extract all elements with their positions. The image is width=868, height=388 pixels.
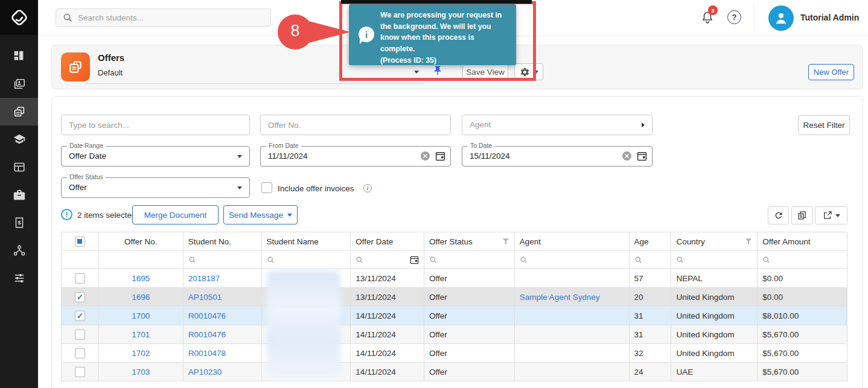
include-invoices-label: Include offer invoices [278,184,354,193]
processing-toast: i We are processing your request in the … [349,4,516,65]
clear-icon[interactable] [622,151,632,161]
calendar-icon[interactable] [410,255,419,264]
filter-icon[interactable] [745,238,752,245]
clear-icon[interactable] [420,151,430,161]
chevron-down-icon [835,214,840,217]
sidebar-item-agents[interactable] [0,237,38,264]
filter-icon[interactable] [502,238,509,245]
to-date-field[interactable]: To Date 15/11/2024 [462,146,653,167]
table-row[interactable]: 1703 AP10230 14/11/2024 Offer 24 UAE $5,… [62,363,847,381]
offer-no-link[interactable]: 1702 [132,349,150,358]
row-checkbox[interactable] [75,329,85,340]
chevron-right-icon [642,122,645,127]
column-header-country[interactable]: Country [671,232,758,250]
column-header-age[interactable]: Age [630,232,672,250]
column-header-offer-no[interactable]: Offer No. [99,232,183,250]
sidebar-item-offers[interactable] [0,98,38,126]
to-date-value: 15/11/2024 [470,151,510,161]
offer-status-cell: Offer [424,325,515,343]
column-label: Offer Status [429,237,473,246]
offer-status-select[interactable]: Offer Status Offer [61,177,250,198]
offer-no-link[interactable]: 1695 [132,274,150,283]
offer-no-link[interactable]: 1700 [132,311,150,320]
refresh-button[interactable] [768,206,789,224]
app-logo[interactable] [0,0,38,35]
agent-link[interactable]: Sample Agent Sydney [520,293,600,302]
view-selector-value[interactable]: Default [98,68,123,77]
column-header-offer-status[interactable]: Offer Status [424,232,515,250]
column-header-agent[interactable]: Agent [515,232,630,250]
student-no-link[interactable]: R0010478 [188,349,226,358]
offer-amount-cell: $5,670.00 [758,363,847,381]
include-invoices-checkbox[interactable] [261,182,272,193]
date-range-select[interactable]: Date Range Offer Date [61,146,250,167]
info-icon: i [359,27,374,42]
sidebar-item-applications[interactable] [0,153,38,181]
merge-document-button[interactable]: Merge Document [132,205,219,224]
calendar-icon[interactable] [435,151,445,161]
offer-no-link[interactable]: 1703 [132,367,150,377]
row-checkbox[interactable] [75,367,85,377]
sidebar-item-courses[interactable] [0,126,38,153]
column-chooser-button[interactable] [791,206,812,224]
selection-info-icon: ! [61,209,72,220]
column-header-offer-date[interactable]: Offer Date [351,232,424,250]
courses-icon [13,133,26,146]
filter-cell-offer-date[interactable] [351,251,424,269]
row-checkbox[interactable] [75,348,85,358]
annotation-step-number: 8 [276,22,314,40]
filter-cell-student-name[interactable] [262,251,351,269]
column-header-offer-amount[interactable]: Offer Amount [758,232,847,250]
filter-cell-age[interactable] [630,251,672,269]
table-row[interactable]: 1700 R0010476 14/11/2024 Offer 31 United… [62,307,847,325]
filter-cell-agent[interactable] [515,251,630,269]
offer-amount-cell: $8,010.00 [758,307,847,325]
offer-no-input[interactable] [260,115,451,135]
offer-no-link[interactable]: 1701 [132,330,150,339]
reset-filter-button[interactable]: Reset Filter [798,115,850,135]
search-input[interactable] [56,8,271,27]
table-row[interactable]: 1696 AP10501 13/11/2024 Offer Sample Age… [62,288,847,307]
student-no-link[interactable]: AP10501 [188,293,222,302]
from-date-field[interactable]: From Date 11/11/2024 [260,146,451,167]
settings-icon [13,272,26,285]
student-no-link[interactable]: R0010476 [188,311,226,320]
grid-search-input[interactable] [61,115,250,135]
help-button[interactable]: ? [727,10,741,24]
new-offer-button[interactable]: New Offer [808,64,854,80]
send-message-button[interactable]: Send Message [223,205,298,224]
table-row[interactable]: 1701 R0010476 14/11/2024 Offer 31 United… [62,325,847,344]
offer-no-link[interactable]: 1696 [132,293,150,302]
age-cell: 32 [630,344,672,362]
table-row[interactable]: 1695 2018187 13/11/2024 Offer 57 NEPAL $… [62,269,847,288]
search-icon [267,256,275,264]
student-no-link[interactable]: 2018187 [188,274,220,283]
sidebar-item-services[interactable] [0,181,38,209]
agent-filter[interactable]: Agent [462,115,653,135]
export-button[interactable] [815,206,847,224]
filter-cell-offer-status[interactable] [424,251,515,269]
sidebar-item-students[interactable] [0,70,38,98]
filter-cell-country[interactable] [671,251,758,269]
row-checkbox[interactable] [75,292,85,302]
column-header-student-name[interactable]: Student Name [262,232,351,250]
sidebar-item-dashboard[interactable] [0,42,38,70]
sidebar-item-settings[interactable] [0,264,38,292]
row-checkbox[interactable] [75,273,85,284]
select-all-checkbox[interactable] [75,237,85,247]
calendar-icon[interactable] [637,151,647,161]
student-no-link[interactable]: AP10230 [188,367,222,377]
user-avatar[interactable] [768,5,794,31]
column-header-student-no[interactable]: Student No. [183,232,262,250]
offer-status-label: Offer Status [67,173,106,180]
table-row[interactable]: 1702 R0010478 14/11/2024 Offer 32 United… [62,344,847,363]
age-cell: 20 [630,288,672,306]
offer-status-cell: Offer [424,363,515,381]
filter-cell-offer-amount[interactable] [758,251,847,269]
row-checkbox[interactable] [75,311,85,321]
sidebar-item-invoices[interactable]: $ [0,209,38,237]
filter-cell-student-no[interactable] [183,251,262,269]
student-no-link[interactable]: R0010476 [188,330,226,339]
from-date-value: 11/11/2024 [268,151,308,161]
user-name[interactable]: Tutorial Admin [800,13,859,22]
